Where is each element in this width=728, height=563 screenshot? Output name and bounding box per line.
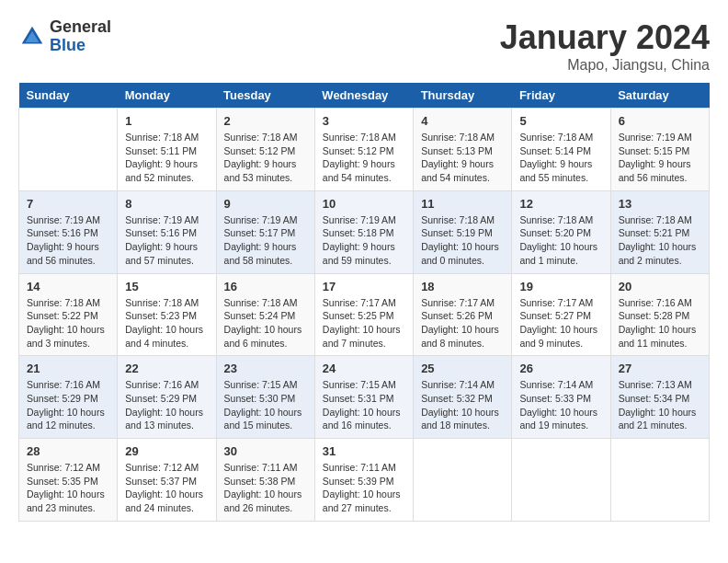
header-row: SundayMondayTuesdayWednesdayThursdayFrid… (19, 83, 710, 109)
calendar-cell: 13Sunrise: 7:18 AMSunset: 5:21 PMDayligh… (610, 190, 709, 273)
day-info: Sunrise: 7:18 AMSunset: 5:12 PMDaylight:… (224, 131, 307, 185)
day-number: 29 (125, 444, 208, 458)
day-number: 6 (619, 114, 701, 128)
day-info: Sunrise: 7:18 AMSunset: 5:20 PMDaylight:… (519, 213, 602, 268)
calendar-cell: 19Sunrise: 7:17 AMSunset: 5:27 PMDayligh… (512, 273, 610, 356)
calendar-week-row: 1Sunrise: 7:18 AMSunset: 5:11 PMDaylight… (19, 109, 710, 191)
calendar-cell (414, 439, 512, 522)
calendar-cell: 8Sunrise: 7:19 AMSunset: 5:16 PMDaylight… (118, 190, 216, 273)
calendar-cell: 2Sunrise: 7:18 AMSunset: 5:12 PMDaylight… (216, 109, 314, 191)
day-info: Sunrise: 7:17 AMSunset: 5:25 PMDaylight:… (323, 296, 405, 350)
calendar-cell: 17Sunrise: 7:17 AMSunset: 5:25 PMDayligh… (314, 273, 413, 356)
header-cell: Sunday (19, 83, 118, 109)
calendar-cell: 26Sunrise: 7:14 AMSunset: 5:33 PMDayligh… (512, 356, 610, 439)
day-info: Sunrise: 7:18 AMSunset: 5:21 PMDaylight:… (619, 213, 701, 268)
calendar-week-row: 7Sunrise: 7:19 AMSunset: 5:16 PMDaylight… (19, 190, 710, 273)
calendar-cell (610, 439, 709, 522)
day-number: 4 (421, 114, 504, 128)
calendar-subtitle: Mapo, Jiangsu, China (500, 57, 710, 74)
day-number: 3 (323, 114, 405, 128)
header-cell: Thursday (414, 83, 512, 109)
day-number: 5 (519, 114, 602, 128)
day-number: 16 (224, 280, 307, 293)
day-info: Sunrise: 7:19 AMSunset: 5:18 PMDaylight:… (323, 213, 405, 268)
calendar-cell: 31Sunrise: 7:11 AMSunset: 5:39 PMDayligh… (314, 439, 413, 522)
calendar-cell: 9Sunrise: 7:19 AMSunset: 5:17 PMDaylight… (216, 190, 314, 273)
day-number: 22 (125, 362, 208, 375)
calendar-title: January 2024 (500, 18, 710, 57)
calendar-cell: 27Sunrise: 7:13 AMSunset: 5:34 PMDayligh… (610, 356, 709, 439)
header-cell: Saturday (610, 83, 709, 109)
day-info: Sunrise: 7:18 AMSunset: 5:19 PMDaylight:… (421, 213, 504, 268)
calendar-cell: 24Sunrise: 7:15 AMSunset: 5:31 PMDayligh… (314, 356, 413, 439)
day-info: Sunrise: 7:18 AMSunset: 5:23 PMDaylight:… (125, 296, 208, 350)
day-info: Sunrise: 7:19 AMSunset: 5:17 PMDaylight:… (224, 213, 307, 268)
calendar-cell: 6Sunrise: 7:19 AMSunset: 5:15 PMDaylight… (610, 109, 709, 191)
day-number: 1 (125, 114, 208, 128)
day-info: Sunrise: 7:16 AMSunset: 5:29 PMDaylight:… (27, 378, 109, 432)
calendar-cell: 15Sunrise: 7:18 AMSunset: 5:23 PMDayligh… (118, 273, 216, 356)
day-number: 7 (27, 197, 109, 211)
day-info: Sunrise: 7:15 AMSunset: 5:30 PMDaylight:… (224, 378, 307, 432)
calendar-cell (512, 439, 610, 522)
calendar-cell: 11Sunrise: 7:18 AMSunset: 5:19 PMDayligh… (414, 190, 512, 273)
calendar-week-row: 28Sunrise: 7:12 AMSunset: 5:35 PMDayligh… (19, 439, 710, 522)
calendar-week-row: 14Sunrise: 7:18 AMSunset: 5:22 PMDayligh… (19, 273, 710, 356)
logo: General Blue (18, 18, 111, 55)
day-number: 25 (421, 362, 504, 375)
calendar-cell: 5Sunrise: 7:18 AMSunset: 5:14 PMDaylight… (512, 109, 610, 191)
calendar-table: SundayMondayTuesdayWednesdayThursdayFrid… (18, 83, 710, 522)
day-number: 27 (619, 362, 701, 375)
day-info: Sunrise: 7:18 AMSunset: 5:11 PMDaylight:… (125, 131, 208, 185)
day-number: 9 (224, 197, 307, 211)
day-info: Sunrise: 7:17 AMSunset: 5:26 PMDaylight:… (421, 296, 504, 350)
day-info: Sunrise: 7:11 AMSunset: 5:39 PMDaylight:… (323, 461, 405, 515)
day-info: Sunrise: 7:12 AMSunset: 5:35 PMDaylight:… (27, 461, 109, 515)
logo-text: General Blue (50, 18, 111, 55)
day-number: 17 (323, 280, 405, 293)
day-info: Sunrise: 7:14 AMSunset: 5:33 PMDaylight:… (519, 378, 602, 432)
day-number: 11 (421, 197, 504, 211)
calendar-cell: 28Sunrise: 7:12 AMSunset: 5:35 PMDayligh… (19, 439, 118, 522)
day-number: 24 (323, 362, 405, 375)
day-number: 19 (519, 280, 602, 293)
day-info: Sunrise: 7:13 AMSunset: 5:34 PMDaylight:… (619, 378, 701, 432)
title-block: January 2024 Mapo, Jiangsu, China (500, 18, 710, 74)
day-info: Sunrise: 7:18 AMSunset: 5:12 PMDaylight:… (323, 131, 405, 185)
day-info: Sunrise: 7:16 AMSunset: 5:29 PMDaylight:… (125, 378, 208, 432)
calendar-cell: 18Sunrise: 7:17 AMSunset: 5:26 PMDayligh… (414, 273, 512, 356)
calendar-cell: 1Sunrise: 7:18 AMSunset: 5:11 PMDaylight… (118, 109, 216, 191)
calendar-cell: 25Sunrise: 7:14 AMSunset: 5:32 PMDayligh… (414, 356, 512, 439)
calendar-cell: 21Sunrise: 7:16 AMSunset: 5:29 PMDayligh… (19, 356, 118, 439)
day-info: Sunrise: 7:11 AMSunset: 5:38 PMDaylight:… (224, 461, 307, 515)
calendar-cell: 23Sunrise: 7:15 AMSunset: 5:30 PMDayligh… (216, 356, 314, 439)
day-number: 10 (323, 197, 405, 211)
page-header: General Blue January 2024 Mapo, Jiangsu,… (18, 18, 710, 74)
logo-general: General (50, 18, 111, 37)
day-number: 31 (323, 444, 405, 458)
day-number: 20 (619, 280, 701, 293)
day-number: 30 (224, 444, 307, 458)
day-number: 12 (519, 197, 602, 211)
logo-blue: Blue (50, 37, 111, 55)
calendar-cell: 3Sunrise: 7:18 AMSunset: 5:12 PMDaylight… (314, 109, 413, 191)
header-cell: Monday (118, 83, 216, 109)
day-number: 18 (421, 280, 504, 293)
calendar-week-row: 21Sunrise: 7:16 AMSunset: 5:29 PMDayligh… (19, 356, 710, 439)
day-info: Sunrise: 7:16 AMSunset: 5:28 PMDaylight:… (619, 296, 701, 350)
day-info: Sunrise: 7:18 AMSunset: 5:14 PMDaylight:… (519, 131, 602, 185)
header-cell: Wednesday (314, 83, 413, 109)
calendar-cell: 30Sunrise: 7:11 AMSunset: 5:38 PMDayligh… (216, 439, 314, 522)
calendar-cell: 20Sunrise: 7:16 AMSunset: 5:28 PMDayligh… (610, 273, 709, 356)
day-info: Sunrise: 7:12 AMSunset: 5:37 PMDaylight:… (125, 461, 208, 515)
day-info: Sunrise: 7:18 AMSunset: 5:13 PMDaylight:… (421, 131, 504, 185)
day-number: 28 (27, 444, 109, 458)
day-info: Sunrise: 7:18 AMSunset: 5:22 PMDaylight:… (27, 296, 109, 350)
day-number: 14 (27, 280, 109, 293)
day-info: Sunrise: 7:19 AMSunset: 5:16 PMDaylight:… (125, 213, 208, 268)
day-info: Sunrise: 7:18 AMSunset: 5:24 PMDaylight:… (224, 296, 307, 350)
day-number: 13 (619, 197, 701, 211)
day-info: Sunrise: 7:19 AMSunset: 5:16 PMDaylight:… (27, 213, 109, 268)
day-info: Sunrise: 7:15 AMSunset: 5:31 PMDaylight:… (323, 378, 405, 432)
day-info: Sunrise: 7:17 AMSunset: 5:27 PMDaylight:… (519, 296, 602, 350)
